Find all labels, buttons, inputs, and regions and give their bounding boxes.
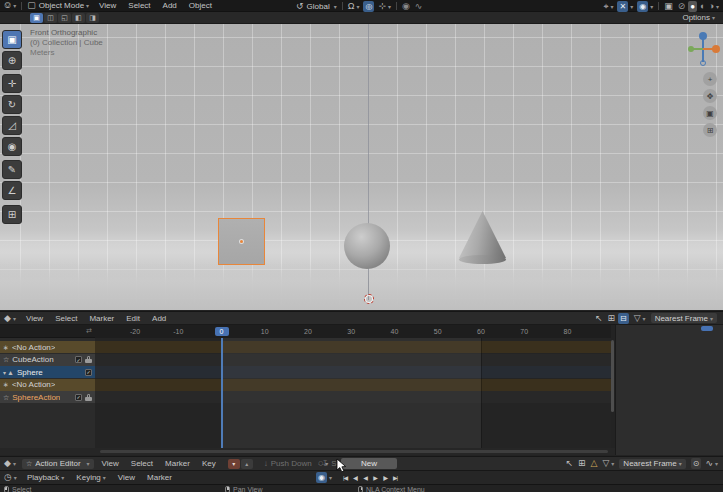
magnet-icon[interactable]: Ω: [348, 2, 355, 11]
topbar-menu-view[interactable]: View: [99, 1, 116, 10]
lock-icon[interactable]: [85, 356, 92, 363]
select-mode-subtract[interactable]: ◱: [58, 13, 71, 23]
tool-select-box[interactable]: ▣: [2, 30, 22, 49]
dopesheet-menu-add[interactable]: Add: [152, 314, 166, 323]
timeline-ruler[interactable]: -20-1001020304050607080: [95, 325, 611, 339]
shading-wireframe-icon[interactable]: ⊘: [678, 2, 686, 11]
browse-action-down-button[interactable]: ▾: [228, 459, 240, 469]
proportional-edit-icon[interactable]: ◉: [402, 2, 410, 11]
gizmo-x-axis[interactable]: [712, 45, 720, 53]
select-mode-intersect[interactable]: ◨: [86, 13, 99, 23]
action-menu-view[interactable]: View: [102, 459, 119, 468]
current-frame-indicator[interactable]: 0: [215, 327, 229, 336]
filter-funnel-icon[interactable]: ▽: [602, 459, 609, 468]
timeline-menu-marker[interactable]: Marker: [147, 473, 172, 482]
editor-type-icon[interactable]: ◆: [4, 314, 11, 323]
frame-view-icon[interactable]: ⊞: [607, 314, 615, 323]
blender-menu-icon[interactable]: ⎊: [4, 1, 11, 10]
ortho-toggle-button[interactable]: ⊞: [703, 123, 717, 137]
tool-move[interactable]: ✛: [2, 74, 22, 93]
topbar-menu-select[interactable]: Select: [128, 1, 150, 10]
options-dropdown[interactable]: Options ▾: [682, 13, 715, 22]
topbar-menu-object[interactable]: Object: [189, 1, 212, 10]
select-mode-set[interactable]: ▣: [30, 13, 43, 23]
channel-object[interactable]: ▾▲Sphere✓: [0, 366, 95, 378]
jump-to-start-button[interactable]: |◀: [340, 473, 350, 483]
expand-caret[interactable]: ▾: [3, 369, 6, 376]
snap-toggle[interactable]: ◎: [363, 1, 374, 12]
tool-measure[interactable]: ∠: [2, 181, 22, 200]
push-down-button[interactable]: ↓Push Down: [264, 459, 312, 468]
clock-icon[interactable]: ◷: [4, 473, 12, 482]
tool-scale[interactable]: ◿: [2, 116, 22, 135]
timeline-menu-keying[interactable]: Keying▾: [76, 473, 105, 482]
pan-button[interactable]: ✥: [703, 89, 717, 103]
new-action-button[interactable]: New: [341, 458, 397, 469]
channel-noaction[interactable]: ∗<No Action>: [0, 379, 95, 391]
prev-keyframe-button[interactable]: ◀|: [350, 473, 360, 483]
channel-enable-checkbox[interactable]: ✓: [75, 356, 82, 363]
tool-add-cube[interactable]: ⊞: [2, 205, 22, 224]
shading-solid-icon[interactable]: ●: [688, 1, 697, 12]
frame-view-icon[interactable]: ⊞: [578, 459, 586, 468]
action-menu-marker[interactable]: Marker: [165, 459, 190, 468]
play-forward-button[interactable]: ▶: [370, 473, 380, 483]
snap-target-icon[interactable]: ⊹: [378, 2, 386, 11]
pivot-icon[interactable]: ⊙: [691, 458, 702, 469]
dopesheet-menu-edit[interactable]: Edit: [126, 314, 140, 323]
unlink-action-up-button[interactable]: ▴: [241, 459, 253, 469]
vertical-scrollbar[interactable]: [611, 340, 614, 412]
dopesheet-menu-marker[interactable]: Marker: [89, 314, 114, 323]
auto-keying-button[interactable]: ◉: [316, 472, 327, 483]
snap-mode-dropdown[interactable]: Nearest Frame ▾: [651, 313, 717, 323]
dopesheet-menu-view[interactable]: View: [26, 314, 43, 323]
mode-dropdown[interactable]: ▢ Object Mode ▾: [27, 1, 89, 10]
cone-object[interactable]: [459, 211, 506, 264]
lock-icon[interactable]: [85, 394, 92, 401]
tool-rotate[interactable]: ↻: [2, 95, 22, 114]
channel-enable-checkbox[interactable]: ✓: [85, 369, 92, 376]
cube-object[interactable]: [218, 218, 265, 265]
shading-material-icon[interactable]: ◐: [700, 2, 705, 11]
editor-type-icon[interactable]: ◆: [4, 459, 11, 468]
viewport-3d[interactable]: Front Orthographic (0) Collection | Cube…: [0, 24, 723, 310]
gizmo-y-axis[interactable]: [688, 46, 694, 52]
zoom-button[interactable]: +: [703, 72, 717, 86]
play-reverse-button[interactable]: ◀: [360, 473, 370, 483]
xray-icon[interactable]: ▣: [664, 2, 673, 11]
select-mode-extend[interactable]: ◫: [44, 13, 57, 23]
timeline-menu-view[interactable]: View: [118, 473, 135, 482]
channel-action[interactable]: ☆SphereAction✓: [0, 391, 95, 403]
cursor-tool-icon[interactable]: ↖: [565, 459, 573, 468]
jump-to-end-button[interactable]: ▶|: [390, 473, 400, 483]
next-keyframe-button[interactable]: |▶: [380, 473, 390, 483]
tool-cursor[interactable]: ⊕: [2, 51, 22, 70]
proportional-falloff-icon[interactable]: ∿: [415, 2, 423, 11]
camera-view-button[interactable]: ▣: [703, 106, 717, 120]
action-menu-select[interactable]: Select: [131, 459, 153, 468]
tool-transform[interactable]: ◉: [2, 137, 22, 156]
sync-toggle-icon[interactable]: ⊟: [618, 313, 629, 324]
snap-mode-dropdown[interactable]: Nearest Frame ▾: [619, 459, 685, 469]
gizmo-toggle-icon[interactable]: ⌖: [603, 2, 608, 11]
action-menu-key[interactable]: Key: [202, 459, 216, 468]
timeline-menu-playback[interactable]: Playback▾: [27, 473, 64, 482]
dopesheet-menu-select[interactable]: Select: [55, 314, 77, 323]
channel-enable-checkbox[interactable]: ✓: [75, 394, 82, 401]
shading-rendered-icon[interactable]: ◑: [709, 2, 714, 11]
overlays-toggle-icon[interactable]: ✕: [617, 1, 628, 12]
gizmo-z-neg-axis[interactable]: [700, 60, 706, 66]
xray-toggle-icon[interactable]: ◉: [637, 1, 648, 12]
sphere-object[interactable]: [344, 223, 390, 269]
filter-funnel-icon[interactable]: ▽: [634, 314, 641, 323]
channel-noaction[interactable]: ∗<No Action>: [0, 341, 95, 353]
gizmo-z-axis[interactable]: [699, 32, 707, 40]
ghost-frames-dropdown[interactable]: ◌▾: [318, 459, 328, 468]
select-mode-invert[interactable]: ◧: [72, 13, 85, 23]
orientation-label[interactable]: Global: [307, 2, 330, 11]
playhead[interactable]: [221, 338, 223, 448]
tool-annotate[interactable]: ✎: [2, 160, 22, 179]
channel-action[interactable]: ☆CubeAction✓: [0, 354, 95, 366]
horizontal-scrollbar[interactable]: [100, 450, 608, 453]
keyframe-track-area[interactable]: [95, 338, 611, 448]
